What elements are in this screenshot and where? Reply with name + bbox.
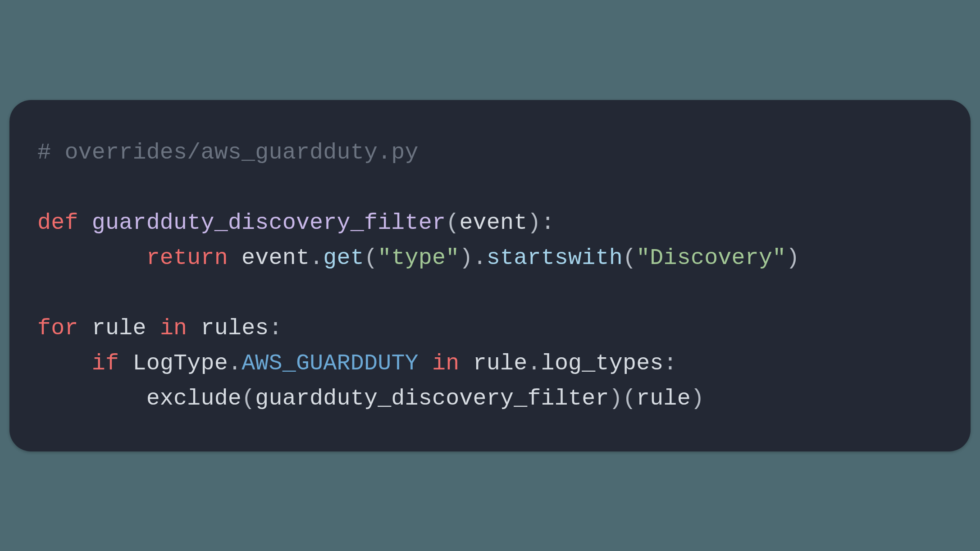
code-line: for rule in rules: xyxy=(37,315,283,341)
code-token: guardduty_discovery_filter xyxy=(255,386,609,411)
code-line: def guardduty_discovery_filter(event): xyxy=(37,210,555,236)
code-line: if LogType.AWS_GUARDDUTY in rule.log_typ… xyxy=(37,351,677,376)
code-token: ( xyxy=(242,386,255,411)
code-line: # overrides/aws_guardduty.py xyxy=(37,140,419,165)
code-token: : xyxy=(664,351,677,376)
code-token: get xyxy=(323,245,364,271)
code-token: LogType xyxy=(132,351,228,376)
code-line: return event.get("type").startswith("Dis… xyxy=(37,245,800,271)
code-token: guardduty_discovery_filter xyxy=(92,210,446,236)
code-token: ). xyxy=(459,245,486,271)
code-token: ): xyxy=(527,210,554,236)
code-token: event xyxy=(242,245,310,271)
code-token: return xyxy=(146,245,228,271)
code-token xyxy=(37,175,51,200)
code-token xyxy=(37,351,92,376)
code-token: rule xyxy=(473,351,528,376)
code-token: ) xyxy=(691,386,704,411)
code-token: startswith xyxy=(487,245,623,271)
code-token xyxy=(459,351,473,376)
code-token: . xyxy=(527,351,541,376)
code-token: rule xyxy=(636,386,691,411)
code-token: rule xyxy=(92,315,146,341)
code-token: rules xyxy=(201,315,269,341)
code-token: ( xyxy=(364,245,378,271)
code-token: in xyxy=(432,351,459,376)
code-token: . xyxy=(228,351,242,376)
code-token: for xyxy=(37,315,78,341)
code-token: event xyxy=(459,210,527,236)
code-line xyxy=(37,175,51,200)
code-token xyxy=(187,315,201,341)
code-token: if xyxy=(92,351,119,376)
code-token xyxy=(228,245,242,271)
code-token: : xyxy=(269,315,283,341)
code-token: "Discovery" xyxy=(636,245,786,271)
code-block: # overrides/aws_guardduty.py def guarddu… xyxy=(37,135,943,416)
code-token xyxy=(419,351,432,376)
code-token xyxy=(37,386,146,411)
code-card: # overrides/aws_guardduty.py def guarddu… xyxy=(9,100,971,451)
code-token: log_types xyxy=(541,351,664,376)
code-token: # overrides/aws_guardduty.py xyxy=(37,140,419,165)
code-token: def xyxy=(37,210,78,236)
code-token: exclude xyxy=(146,386,242,411)
code-line xyxy=(37,280,51,306)
code-token: "type" xyxy=(378,245,459,271)
code-token: ) xyxy=(786,245,799,271)
code-line: exclude(guardduty_discovery_filter)(rule… xyxy=(37,386,704,411)
code-token: ( xyxy=(446,210,459,236)
code-token: AWS_GUARDDUTY xyxy=(242,351,419,376)
code-token xyxy=(119,351,132,376)
code-token: in xyxy=(160,315,187,341)
code-token xyxy=(78,210,92,236)
code-token xyxy=(37,245,146,271)
code-token xyxy=(78,315,92,341)
code-token: ( xyxy=(623,245,636,271)
code-token xyxy=(37,280,51,306)
code-token: )( xyxy=(609,386,636,411)
code-token xyxy=(146,315,160,341)
code-token: . xyxy=(310,245,323,271)
canvas: # overrides/aws_guardduty.py def guarddu… xyxy=(0,0,980,551)
